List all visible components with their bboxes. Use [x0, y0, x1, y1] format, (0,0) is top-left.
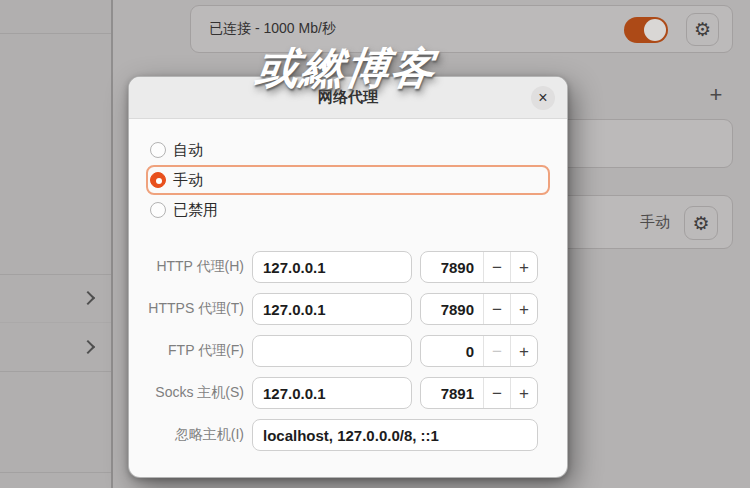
- minus-button[interactable]: −: [484, 252, 510, 282]
- http-proxy-label: HTTP 代理(H): [129, 258, 244, 276]
- divider: [0, 472, 111, 473]
- https-proxy-row: HTTPS 代理(T) 7890 − +: [129, 293, 567, 325]
- http-proxy-row: HTTP 代理(H) 7890 − +: [129, 251, 567, 283]
- plus-button[interactable]: +: [511, 252, 537, 282]
- ftp-port-spinner: 0 − +: [420, 335, 538, 367]
- proxy-mode-disabled[interactable]: 已禁用: [146, 195, 550, 225]
- radio-label: 手动: [173, 171, 203, 190]
- https-port-value[interactable]: 7890: [421, 294, 483, 324]
- divider: [0, 33, 111, 34]
- ftp-host-input[interactable]: [252, 335, 412, 367]
- close-button[interactable]: ×: [531, 86, 555, 110]
- close-icon: ×: [538, 90, 547, 106]
- ftp-proxy-row: FTP 代理(F) 0 − +: [129, 335, 567, 367]
- https-host-input[interactable]: [252, 293, 412, 325]
- settings-window: 已连接 - 1000 Mb/秒 ⚙ + 手动 ⚙ 或繎博客 网络代理 × 自动: [0, 0, 750, 488]
- radio-icon: [150, 202, 166, 218]
- sidebar: [0, 0, 113, 488]
- gear-icon: ⚙: [692, 214, 709, 233]
- toggle-knob: [644, 19, 666, 41]
- proxy-settings-button[interactable]: ⚙: [684, 206, 718, 240]
- divider: [0, 371, 111, 372]
- http-port-value[interactable]: 7890: [421, 252, 483, 282]
- plus-button[interactable]: +: [511, 336, 537, 366]
- dialog-header: 网络代理 ×: [129, 77, 567, 119]
- socks-port-value[interactable]: 7891: [421, 378, 483, 408]
- add-vpn-button[interactable]: +: [703, 82, 729, 108]
- plus-button[interactable]: +: [511, 294, 537, 324]
- wired-connection-row: 已连接 - 1000 Mb/秒 ⚙: [190, 5, 733, 53]
- proxy-mode-group: 自动 手动 已禁用: [129, 135, 567, 225]
- http-host-input[interactable]: [252, 251, 412, 283]
- connection-toggle[interactable]: [624, 17, 668, 43]
- proxy-mode-manual[interactable]: 手动: [146, 165, 550, 195]
- plus-icon: +: [710, 82, 723, 108]
- socks-port-spinner: 7891 − +: [420, 377, 538, 409]
- gear-icon: ⚙: [694, 20, 711, 39]
- proxy-mode-automatic[interactable]: 自动: [146, 135, 550, 165]
- chevron-right-icon[interactable]: [81, 340, 95, 354]
- radio-label: 自动: [173, 141, 203, 160]
- divider: [0, 274, 111, 275]
- radio-icon: [150, 142, 166, 158]
- radio-checked-icon: [150, 172, 166, 188]
- plus-button[interactable]: +: [511, 378, 537, 408]
- ignore-hosts-label: 忽略主机(I): [129, 426, 244, 444]
- radio-label: 已禁用: [173, 201, 218, 220]
- connection-status-label: 已连接 - 1000 Mb/秒: [209, 6, 336, 52]
- https-proxy-label: HTTPS 代理(T): [129, 300, 244, 318]
- socks-host-input[interactable]: [252, 377, 412, 409]
- dialog-title: 网络代理: [318, 88, 378, 107]
- network-proxy-dialog: 网络代理 × 自动 手动 已禁用 HTTP 代理(H): [128, 76, 568, 478]
- proxy-form: HTTP 代理(H) 7890 − + HTTPS 代理(T) 7890 −: [129, 251, 567, 451]
- socks-host-label: Socks 主机(S): [129, 384, 244, 402]
- divider: [0, 322, 111, 323]
- ignore-hosts-input[interactable]: [252, 419, 538, 451]
- ftp-proxy-label: FTP 代理(F): [129, 342, 244, 360]
- https-port-spinner: 7890 − +: [420, 293, 538, 325]
- connection-settings-button[interactable]: ⚙: [686, 13, 719, 46]
- minus-button[interactable]: −: [484, 336, 510, 366]
- ignore-hosts-row: 忽略主机(I): [129, 419, 567, 451]
- proxy-mode-value: 手动: [640, 196, 670, 248]
- ftp-port-value[interactable]: 0: [421, 336, 483, 366]
- http-port-spinner: 7890 − +: [420, 251, 538, 283]
- minus-button[interactable]: −: [484, 378, 510, 408]
- minus-button[interactable]: −: [484, 294, 510, 324]
- socks-host-row: Socks 主机(S) 7891 − +: [129, 377, 567, 409]
- chevron-right-icon[interactable]: [81, 291, 95, 305]
